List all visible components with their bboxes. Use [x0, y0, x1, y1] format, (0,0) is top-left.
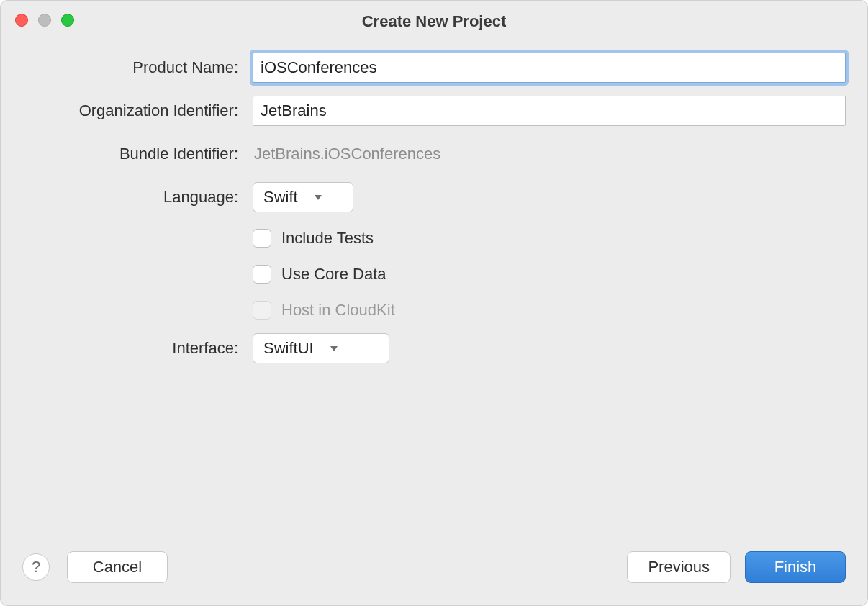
bundle-identifier-value: JetBrains.iOSConferences — [253, 145, 440, 163]
interface-select-value: SwiftUI — [263, 339, 327, 358]
svg-marker-1 — [330, 346, 338, 351]
language-select-value: Swift — [263, 188, 311, 207]
interface-label: Interface: — [22, 339, 253, 358]
form-area: Product Name: Organization Identifier: B… — [1, 38, 867, 363]
organization-identifier-input[interactable] — [253, 96, 846, 126]
minimize-window-button[interactable] — [38, 14, 51, 27]
chevron-down-icon — [327, 345, 341, 352]
bundle-identifier-label: Bundle Identifier: — [22, 145, 253, 163]
host-in-cloudkit-checkbox — [253, 301, 271, 320]
product-name-input[interactable] — [253, 53, 846, 83]
include-tests-label: Include Tests — [281, 229, 374, 248]
create-project-dialog: Create New Project Product Name: Organiz… — [0, 0, 868, 606]
dialog-footer: ? Cancel Previous Finish — [1, 543, 867, 605]
close-window-button[interactable] — [15, 14, 28, 27]
language-select[interactable]: Swift — [253, 182, 353, 212]
zoom-window-button[interactable] — [61, 14, 74, 27]
help-button[interactable]: ? — [22, 553, 50, 581]
window-title: Create New Project — [362, 8, 507, 31]
use-core-data-label: Use Core Data — [281, 265, 386, 284]
chevron-down-icon — [311, 194, 325, 201]
interface-select[interactable]: SwiftUI — [253, 333, 389, 363]
organization-identifier-label: Organization Identifier: — [22, 101, 253, 120]
svg-marker-0 — [315, 195, 322, 200]
help-icon: ? — [32, 558, 40, 576]
host-in-cloudkit-label: Host in CloudKit — [281, 301, 395, 320]
product-name-label: Product Name: — [22, 58, 253, 77]
traffic-lights — [15, 14, 74, 27]
previous-button[interactable]: Previous — [627, 551, 731, 583]
include-tests-checkbox[interactable] — [253, 229, 271, 248]
cancel-button[interactable]: Cancel — [67, 551, 168, 583]
titlebar: Create New Project — [1, 1, 867, 38]
use-core-data-checkbox[interactable] — [253, 265, 271, 284]
language-label: Language: — [22, 188, 253, 207]
finish-button[interactable]: Finish — [745, 551, 846, 583]
